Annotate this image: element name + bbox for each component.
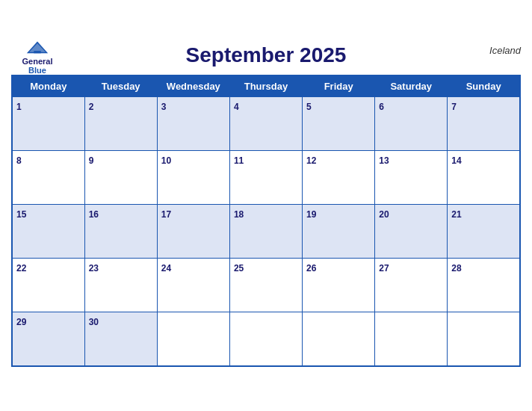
logo-icon — [25, 40, 49, 57]
week-row-2: 891011121314 — [12, 151, 520, 205]
day-number: 17 — [161, 209, 171, 220]
weekday-header-row: Monday Tuesday Wednesday Thursday Friday… — [12, 75, 520, 97]
day-number: 15 — [16, 209, 26, 220]
calendar-header: General Blue September 2025 Iceland — [11, 40, 521, 70]
day-cell: 10 — [157, 151, 229, 205]
day-cell: 1 — [12, 97, 84, 151]
day-number: 10 — [161, 155, 171, 166]
day-cell: 8 — [12, 151, 84, 205]
day-number: 6 — [379, 102, 384, 112]
logo-general: General — [22, 57, 53, 66]
week-row-4: 22232425262728 — [12, 259, 520, 312]
day-cell: 17 — [157, 205, 229, 259]
calendar-wrapper: General Blue September 2025 Iceland Mond… — [0, 33, 532, 378]
day-number: 2 — [89, 102, 94, 112]
header-monday: Monday — [12, 75, 84, 97]
header-saturday: Saturday — [375, 75, 448, 97]
day-number: 16 — [89, 209, 99, 220]
header-tuesday: Tuesday — [84, 75, 157, 97]
day-cell: 18 — [229, 205, 302, 259]
day-cell: 14 — [448, 151, 520, 205]
day-number: 3 — [161, 102, 167, 112]
calendar-title: September 2025 — [186, 43, 347, 67]
day-cell: 19 — [303, 205, 375, 259]
day-cell: 28 — [448, 259, 520, 312]
day-number: 19 — [306, 209, 316, 220]
header-sunday: Sunday — [448, 75, 520, 97]
day-cell — [229, 312, 302, 366]
day-cell: 11 — [229, 151, 302, 205]
week-row-3: 15161718192021 — [12, 205, 520, 259]
day-number: 25 — [234, 263, 244, 274]
day-cell: 15 — [12, 205, 84, 259]
day-cell: 9 — [84, 151, 157, 205]
day-number: 22 — [16, 263, 26, 274]
day-cell: 5 — [303, 97, 375, 151]
day-cell — [448, 312, 520, 366]
day-number: 29 — [16, 317, 26, 327]
week-row-5: 2930 — [12, 312, 520, 366]
day-number: 13 — [379, 155, 389, 166]
day-cell: 7 — [448, 97, 520, 151]
day-cell: 26 — [303, 259, 375, 312]
svg-rect-2 — [34, 51, 40, 53]
week-row-1: 1234567 — [12, 97, 520, 151]
day-cell: 13 — [375, 151, 448, 205]
day-cell: 16 — [84, 205, 157, 259]
day-number: 21 — [451, 209, 461, 220]
day-cell: 24 — [157, 259, 229, 312]
calendar-table: Monday Tuesday Wednesday Thursday Friday… — [11, 75, 521, 367]
day-cell: 20 — [375, 205, 448, 259]
day-cell: 3 — [157, 97, 229, 151]
day-cell: 25 — [229, 259, 302, 312]
day-cell — [157, 312, 229, 366]
day-cell: 23 — [84, 259, 157, 312]
day-number: 26 — [306, 263, 316, 274]
header-thursday: Thursday — [229, 75, 302, 97]
day-number: 8 — [16, 155, 22, 166]
day-cell: 21 — [448, 205, 520, 259]
day-cell — [303, 312, 375, 366]
day-number: 1 — [16, 102, 22, 112]
day-number: 14 — [451, 155, 461, 166]
day-number: 9 — [89, 155, 94, 166]
day-cell: 4 — [229, 97, 302, 151]
day-number: 4 — [234, 102, 239, 112]
logo-blue: Blue — [28, 66, 46, 75]
day-number: 30 — [89, 317, 99, 327]
day-cell: 30 — [84, 312, 157, 366]
day-cell: 29 — [12, 312, 84, 366]
day-number: 23 — [89, 263, 99, 274]
logo-area: General Blue — [11, 40, 64, 75]
day-number: 11 — [234, 155, 244, 166]
day-cell: 12 — [303, 151, 375, 205]
day-number: 20 — [379, 209, 389, 220]
day-cell: 27 — [375, 259, 448, 312]
day-number: 12 — [306, 155, 316, 166]
day-number: 7 — [451, 102, 457, 112]
day-number: 24 — [161, 263, 171, 274]
day-cell: 2 — [84, 97, 157, 151]
day-cell — [375, 312, 448, 366]
day-number: 5 — [306, 102, 312, 112]
day-number: 28 — [451, 263, 461, 274]
header-wednesday: Wednesday — [157, 75, 229, 97]
header-friday: Friday — [303, 75, 375, 97]
country-label: Iceland — [489, 45, 521, 56]
day-cell: 6 — [375, 97, 448, 151]
day-number: 18 — [234, 209, 244, 220]
svg-marker-1 — [29, 43, 46, 52]
day-number: 27 — [379, 263, 389, 274]
day-cell: 22 — [12, 259, 84, 312]
calendar-body: 1234567891011121314151617181920212223242… — [12, 97, 520, 366]
